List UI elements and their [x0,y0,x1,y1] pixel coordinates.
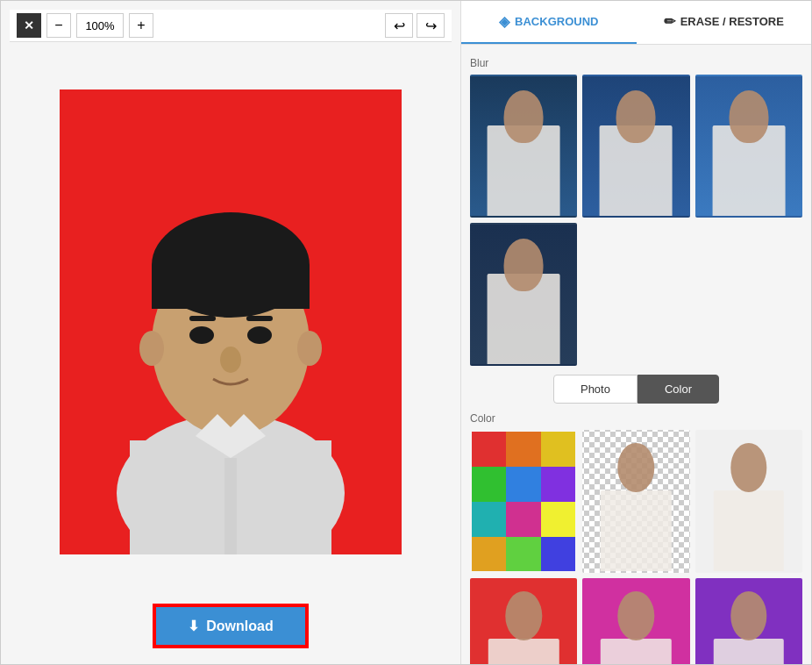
svg-rect-9 [189,316,216,321]
background-tab-label: BACKGROUND [515,15,598,28]
blur-thumbnail-grid [470,75,802,366]
thumb-person-1 [472,76,575,216]
blur-thumb-4[interactable] [470,223,577,366]
color-thumbnail-grid [470,430,802,664]
erase-restore-tab-label: ERASE / RESTORE [680,15,784,28]
svg-point-12 [139,331,164,366]
blur-thumb-2[interactable] [582,75,689,218]
thumb-person-3 [697,76,801,216]
svg-rect-14 [224,458,237,554]
download-button[interactable]: ⬇ Download [154,605,306,647]
background-tab-icon: ◈ [499,13,509,30]
purple-bg-thumb[interactable] [695,578,802,664]
right-content: Blur Photo [461,45,811,664]
redo-button[interactable]: ↪ [417,13,445,38]
right-header: ◈ BACKGROUND ✏ ERASE / RESTORE [461,1,811,45]
mini-person-purple [697,580,801,664]
red-bg-thumb[interactable] [470,578,577,664]
color-palette-thumb[interactable] [470,430,577,573]
svg-point-8 [247,326,272,344]
photo-preview [60,89,402,554]
mini-person-transparent [584,432,687,571]
blur-section-label: Blur [470,57,802,69]
right-panel: ◈ BACKGROUND ✏ ERASE / RESTORE Blur [460,1,811,664]
download-area: ⬇ Download [10,593,452,655]
color-switch-btn[interactable]: Color [637,375,719,404]
blur-thumb-1[interactable] [470,75,577,218]
erase-tab-icon: ✏ [664,13,675,30]
thumb-person-4 [472,225,575,364]
mini-person-magenta [584,580,687,664]
left-panel: ✕ − 100% + ↩ ↪ [1,1,460,664]
white-bg-thumb[interactable] [695,430,802,573]
background-tab[interactable]: ◈ BACKGROUND [461,1,637,44]
transparent-thumb[interactable] [582,430,689,573]
svg-point-11 [220,347,241,373]
thumb-person-2 [584,76,687,216]
svg-point-13 [297,331,322,366]
mini-person-red [472,580,575,664]
erase-restore-tab[interactable]: ✏ ERASE / RESTORE [637,1,812,44]
download-label: Download [206,619,273,634]
photo-color-switcher: Photo Color [470,375,802,404]
zoom-out-button[interactable]: − [46,13,71,38]
image-area [10,51,452,593]
close-button[interactable]: ✕ [17,13,41,38]
svg-rect-6 [152,265,310,309]
undo-redo-group: ↩ ↪ [385,13,445,38]
undo-button[interactable]: ↩ [385,13,413,38]
svg-rect-10 [246,316,273,321]
magenta-bg-thumb[interactable] [582,578,689,664]
download-icon: ⬇ [188,618,199,634]
person-image [60,89,402,554]
color-section-label: Color [470,412,802,425]
toolbar: ✕ − 100% + ↩ ↪ [10,10,452,42]
mini-person-white [697,432,801,571]
zoom-value: 100% [76,13,124,38]
photo-switch-btn[interactable]: Photo [553,375,637,404]
zoom-in-button[interactable]: + [129,13,153,38]
blur-thumb-3[interactable] [695,75,802,218]
svg-point-7 [189,326,214,344]
